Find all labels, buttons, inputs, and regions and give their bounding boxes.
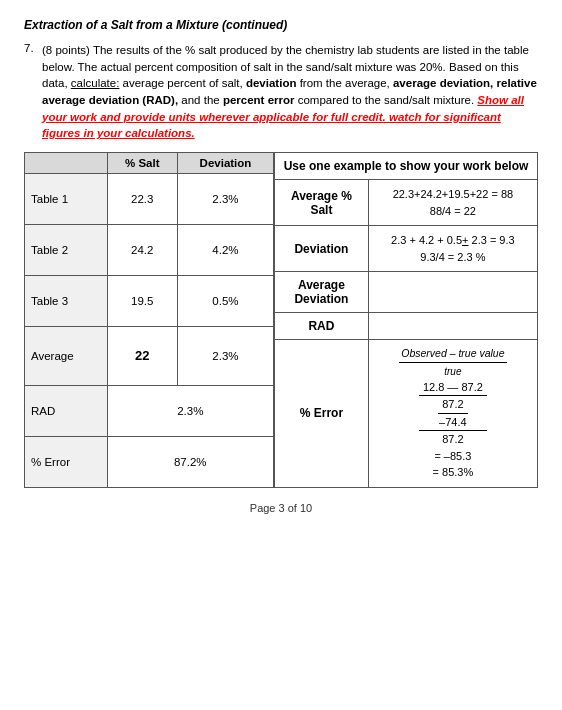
right-work-rad xyxy=(368,313,537,340)
question-number: 7. xyxy=(24,42,42,142)
right-label-avg-salt: Average %Salt xyxy=(275,180,369,226)
right-label-rad: RAD xyxy=(275,313,369,340)
page-number: Page 3 of 10 xyxy=(24,502,538,514)
dev-val-avg: 2.3% xyxy=(177,327,273,385)
tables-wrapper: % Salt Deviation Table 1 22.3 2.3% Table… xyxy=(24,152,538,488)
row-label-2: Table 2 xyxy=(25,225,108,276)
right-row-error: % Error Observed – true value true 12.8 … xyxy=(275,340,538,488)
error-value: 87.2% xyxy=(107,436,274,487)
col-header-salt: % Salt xyxy=(107,153,177,174)
right-work-error: Observed – true value true 12.8 — 87.2 8… xyxy=(368,340,537,488)
table-row: Table 1 22.3 2.3% xyxy=(25,174,274,225)
table-row: Table 3 19.5 0.5% xyxy=(25,276,274,327)
table-row: Table 2 24.2 4.2% xyxy=(25,225,274,276)
right-row-rad: RAD xyxy=(275,313,538,340)
rad-label: RAD xyxy=(25,385,108,436)
row-label-avg: Average xyxy=(25,327,108,385)
row-label-1: Table 1 xyxy=(25,174,108,225)
table-row-error: % Error 87.2% xyxy=(25,436,274,487)
salt-val-2: 24.2 xyxy=(107,225,177,276)
table-row-avg: Average 22 2.3% xyxy=(25,327,274,385)
salt-val-avg: 22 xyxy=(107,327,177,385)
question-text: (8 points) The results of the % salt pro… xyxy=(42,42,538,142)
right-work-deviation: 2.3 + 4.2 + 0.5+ 2.3 = 9.39.3/4 = 2.3 % xyxy=(368,226,537,272)
col-header-deviation: Deviation xyxy=(177,153,273,174)
right-label-avg-deviation: AverageDeviation xyxy=(275,272,369,313)
salt-val-1: 22.3 xyxy=(107,174,177,225)
rad-value: 2.3% xyxy=(107,385,274,436)
right-label-deviation: Deviation xyxy=(275,226,369,272)
salt-val-3: 19.5 xyxy=(107,276,177,327)
right-row-deviation: Deviation 2.3 + 4.2 + 0.5+ 2.3 = 9.39.3/… xyxy=(275,226,538,272)
left-table: % Salt Deviation Table 1 22.3 2.3% Table… xyxy=(24,152,274,488)
page-title: Extraction of a Salt from a Mixture (con… xyxy=(24,18,538,32)
dev-val-2: 4.2% xyxy=(177,225,273,276)
right-work-avg-salt: 22.3+24.2+19.5+22 = 8888/4 = 22 xyxy=(368,180,537,226)
right-work-avg-deviation xyxy=(368,272,537,313)
col-header-blank xyxy=(25,153,108,174)
right-row-avg-deviation: AverageDeviation xyxy=(275,272,538,313)
right-label-error: % Error xyxy=(275,340,369,488)
right-table-header: Use one example to show your work below xyxy=(275,153,538,180)
error-label: % Error xyxy=(25,436,108,487)
dev-val-1: 2.3% xyxy=(177,174,273,225)
row-label-3: Table 3 xyxy=(25,276,108,327)
right-row-avg-salt: Average %Salt 22.3+24.2+19.5+22 = 8888/4… xyxy=(275,180,538,226)
right-table: Use one example to show your work below … xyxy=(274,152,538,488)
table-row-rad: RAD 2.3% xyxy=(25,385,274,436)
dev-val-3: 0.5% xyxy=(177,276,273,327)
